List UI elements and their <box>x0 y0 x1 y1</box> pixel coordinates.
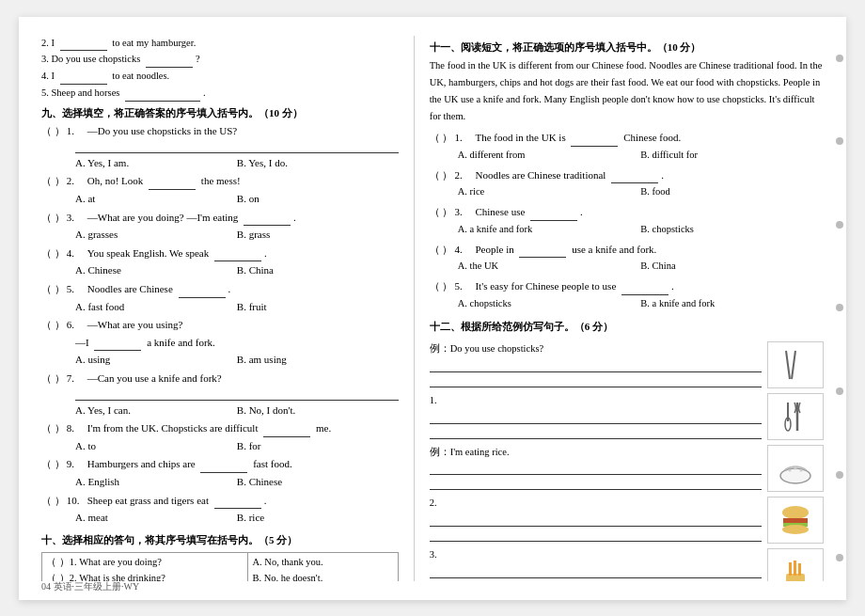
item-2: 2. I to eat my hamburger. <box>41 36 399 52</box>
s9-item-4: （ ） 4. You speak English. We speak . A. … <box>41 245 399 279</box>
section12-title: 十二、根据所给范例仿写句子。（6 分） <box>430 319 824 336</box>
write-section: 例：Do you use chopsticks? 1. <box>430 341 824 580</box>
svg-point-7 <box>794 467 797 470</box>
s9-item-8: （ ） 8. I'm from the UK. Chopsticks are d… <box>41 420 399 454</box>
item-4: 4. I to eat noodles. <box>41 69 399 85</box>
page-dots <box>833 17 846 600</box>
dot-2 <box>836 137 843 145</box>
s11-item-1: （ ） 1. The food in the UK is Chinese foo… <box>430 130 824 163</box>
dot-4 <box>836 304 843 311</box>
write-item-2: 2. <box>430 496 824 544</box>
dot-5 <box>836 387 843 395</box>
right-column: 十一、阅读短文，将正确选项的序号填入括号中。（10 分） The food in… <box>415 36 824 581</box>
item-2-text: 2. I to eat my hamburger. <box>41 36 196 52</box>
exam-page: 2. I to eat my hamburger. 3. Do you use … <box>19 17 846 600</box>
section9-title: 九、选择填空，将正确答案的序号填入括号内。（10 分） <box>41 105 399 122</box>
section11-title: 十一、阅读短文，将正确选项的序号填入括号中。（10 分） <box>430 39 824 56</box>
section10-title: 十、选择相应的答句，将其序号填写在括号内。（5 分） <box>41 532 399 549</box>
svg-line-1 <box>792 351 795 379</box>
example2-row: 例：I'm eating rice. <box>430 445 824 493</box>
rice-image <box>767 445 824 492</box>
chopsticks-image <box>767 341 824 388</box>
s9-item-6: （ ） 6. —What are you using? —I a knife a… <box>41 317 399 369</box>
reading-passage: The food in the UK is different from our… <box>430 57 824 124</box>
s11-item-5: （ ） 5. It's easy for Chinese people to u… <box>430 278 824 311</box>
num: 1. <box>67 123 87 140</box>
svg-point-9 <box>782 506 809 519</box>
item-5: 5. Sheep and horses . <box>41 86 399 102</box>
svg-point-8 <box>800 469 803 472</box>
item-3: 3. Do you use chopsticks ? <box>41 52 399 68</box>
fries-image <box>767 548 824 581</box>
svg-point-5 <box>780 468 810 483</box>
top-continuation: 2. I to eat my hamburger. 3. Do you use … <box>41 36 399 102</box>
dot-6 <box>836 471 843 479</box>
svg-rect-15 <box>794 561 796 576</box>
svg-point-6 <box>789 469 792 472</box>
s9-item-1: （ ） 1. —Do you use chopsticks in the US?… <box>41 123 399 171</box>
dot-3 <box>836 221 843 229</box>
s9-item-5: （ ） 5. Noodles are Chinese . A. fast foo… <box>41 281 399 315</box>
svg-rect-14 <box>789 562 792 576</box>
svg-point-12 <box>782 525 809 534</box>
burger-image <box>767 497 824 544</box>
svg-rect-16 <box>798 563 801 576</box>
svg-line-0 <box>786 351 790 379</box>
text: —Do you use chopsticks in the US? <box>87 123 237 140</box>
s11-item-3: （ ） 3. Chinese use . A. a knife and fork… <box>430 204 824 237</box>
example1-row: 例：Do you use chopsticks? <box>430 341 824 389</box>
item-4-text: 4. I to eat noodles. <box>41 69 169 85</box>
s9-item-7: （ ） 7. —Can you use a knife and fork? A.… <box>41 371 399 419</box>
s9-item-3: （ ） 3. —What are you doing? —I'm eating … <box>41 210 399 244</box>
fork-knife-image <box>767 393 824 440</box>
s11-item-4: （ ） 4. People in use a knife and fork. A… <box>430 242 824 275</box>
write-item-3: 3. <box>430 547 824 580</box>
page-footer: 04 英语·三年级上册·WY <box>41 579 139 594</box>
section10-table: （ ）1. What are you doing? （ ）2. What is … <box>41 552 399 580</box>
s9-item-9: （ ） 9. Hamburgers and chips are fast foo… <box>41 456 399 490</box>
item-3-text: 3. Do you use chopsticks ? <box>41 52 200 68</box>
write-item-1: 1. <box>430 393 824 441</box>
dot-1 <box>836 55 843 62</box>
item-5-text: 5. Sheep and horses . <box>41 86 206 102</box>
paren: （ ） <box>41 123 65 140</box>
s9-item-10: （ ） 10. Sheep eat grass and tigers eat .… <box>41 493 399 527</box>
s9-item-2: （ ） 2. Oh, no! Look the mess! A. at B. o… <box>41 173 399 207</box>
svg-rect-10 <box>783 518 808 523</box>
dot-7 <box>836 554 843 561</box>
left-column: 2. I to eat my hamburger. 3. Do you use … <box>41 36 415 581</box>
s11-item-2: （ ） 2. Noodles are Chinese traditional .… <box>430 167 824 200</box>
